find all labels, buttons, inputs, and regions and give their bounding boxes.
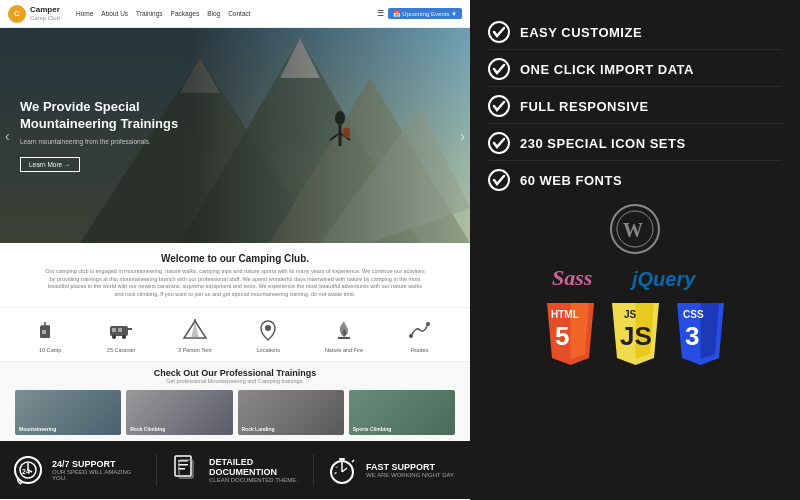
svg-point-19 <box>112 335 116 339</box>
support-icon: 24 <box>12 454 44 486</box>
logo-text-block: Camper Camp Club <box>30 6 60 21</box>
trainings-cards: Mountaineering Rock Climbing Rock Landin… <box>15 390 455 435</box>
fast-text: FAST SUPPORT WE ARE WORKING NIGHT DAY. <box>366 462 455 478</box>
svg-marker-23 <box>191 321 199 338</box>
wordpress-logo: W <box>609 203 661 255</box>
feature-label-4: 230 SPECIAL ICON SETS <box>520 136 686 151</box>
hero-prev-button[interactable]: ‹ <box>5 128 10 144</box>
card-label-4: Sports Climbing <box>353 426 392 432</box>
script-logos: Sass jQuery <box>550 261 720 297</box>
tech-logos-section: W Sass jQuery 5 HTM <box>488 203 782 370</box>
support-text: 24/7 SUPPORT OUR SPEED WILL AMAZING YOU. <box>52 459 144 481</box>
tech-shields: 5 HTML JS JS 3 <box>543 303 728 370</box>
feature-label-3: FULL RESPONSIVE <box>520 99 649 114</box>
bottom-bar: 24 24/7 SUPPORT OUR SPEED WILL AMAZING Y… <box>0 441 470 499</box>
nav-trainings: Trainings <box>136 10 163 17</box>
features-panel: EASY CUSTOMIZE ONE CLICK IMPORT DATA FUL… <box>470 0 800 500</box>
feature-easy-customize: EASY CUSTOMIZE <box>488 15 782 50</box>
logo-sub: Camp Club <box>30 15 60 21</box>
bottom-support: 24 24/7 SUPPORT OUR SPEED WILL AMAZING Y… <box>0 454 157 486</box>
fast-title: FAST SUPPORT <box>366 462 455 472</box>
svg-text:Sass: Sass <box>552 265 592 290</box>
svg-rect-13 <box>42 330 46 334</box>
html5-shield-icon: 5 HTML <box>543 303 598 368</box>
nav-right: ☰ 📅 Upcoming Events ▼ <box>377 8 462 19</box>
bottom-docs: DETAILED DOCUMENTION CLEAN DOCUMENTED TH… <box>157 454 314 486</box>
svg-rect-43 <box>339 458 345 460</box>
training-card-1: Mountaineering <box>15 390 121 435</box>
nav-contact: Contact <box>228 10 250 17</box>
svg-text:CSS: CSS <box>683 309 704 320</box>
feature-label-2: ONE CLICK IMPORT DATA <box>520 62 694 77</box>
camp-label: 10 Camp <box>36 347 64 353</box>
js-shield-icon: JS JS <box>608 303 663 368</box>
jquery-logo: jQuery <box>630 262 720 297</box>
svg-point-25 <box>265 325 271 331</box>
navbar: C Camper Camp Club Home About Us Trainin… <box>0 0 470 28</box>
nav-home: Home <box>76 10 93 17</box>
fire-label: Nature and Fire <box>325 347 363 353</box>
icon-tent: 3 Person Tent <box>178 316 212 353</box>
svg-rect-35 <box>175 456 191 476</box>
nav-blog: Blog <box>207 10 220 17</box>
feature-one-click: ONE CLICK IMPORT DATA <box>488 52 782 87</box>
checkmark-icon-2 <box>488 58 510 80</box>
icon-camp: 10 Camp <box>36 316 64 353</box>
events-label: Upcoming Events ▼ <box>402 11 457 17</box>
svg-text:HTML: HTML <box>551 309 579 320</box>
nav-about: About Us <box>101 10 128 17</box>
icons-row: 10 Camp 25 Caravan <box>0 308 470 362</box>
css3-shield-icon: 3 CSS <box>673 303 728 368</box>
svg-text:JS: JS <box>620 321 652 351</box>
welcome-text: Our camping club is engaged in mountaine… <box>45 268 425 299</box>
card-label-1: Mountaineering <box>19 426 56 432</box>
docs-text: DETAILED DOCUMENTION CLEAN DOCUMENTED TH… <box>209 457 301 483</box>
location-icon <box>254 316 282 344</box>
svg-text:W: W <box>623 219 643 241</box>
hero-title: We Provide SpecialMountaineering Trainin… <box>20 99 178 133</box>
support-title: 24/7 SUPPORT <box>52 459 144 469</box>
training-card-2: Rock Climbing <box>126 390 232 435</box>
trainings-section: Check Out Our Professional Trainings Get… <box>0 362 470 441</box>
support-sub: OUR SPEED WILL AMAZING YOU. <box>52 469 144 481</box>
website-preview: C Camper Camp Club Home About Us Trainin… <box>0 0 470 500</box>
card-label-3: Rock Landing <box>242 426 275 432</box>
feature-full-responsive: FULL RESPONSIVE <box>488 89 782 124</box>
nav-links: Home About Us Trainings Packages Blog Co… <box>76 10 251 17</box>
hero-next-button[interactable]: › <box>460 128 465 144</box>
feature-label-5: 60 WEB FONTS <box>520 173 622 188</box>
events-button[interactable]: 📅 Upcoming Events ▼ <box>388 8 462 19</box>
training-card-4: Sports Climbing <box>349 390 455 435</box>
fast-sub: WE ARE WORKING NIGHT DAY. <box>366 472 455 478</box>
icon-caravan: 25 Caravan <box>107 316 135 353</box>
logo-area: C Camper Camp Club <box>8 5 60 23</box>
checkmark-icon-3 <box>488 95 510 117</box>
svg-point-28 <box>426 322 430 326</box>
checkmark-icon-1 <box>488 21 510 43</box>
docs-sub: CLEAN DOCUMENTED THEME. <box>209 477 301 483</box>
trainings-title: Check Out Our Professional Trainings <box>15 368 455 378</box>
checkmark-icon-4 <box>488 132 510 154</box>
icon-fire: Nature and Fire <box>325 316 363 353</box>
feature-icon-sets: 230 SPECIAL ICON SETS <box>488 126 782 161</box>
caravan-icon <box>107 316 135 344</box>
welcome-title: Welcome to our Camping Club. <box>20 253 450 264</box>
feature-label-1: EASY CUSTOMIZE <box>520 25 642 40</box>
css3-shield: 3 CSS <box>673 303 728 370</box>
svg-rect-17 <box>112 328 116 332</box>
tent-label: 3 Person Tent <box>178 347 212 353</box>
camp-icon <box>36 316 64 344</box>
bottom-fast: FAST SUPPORT WE ARE WORKING NIGHT DAY. <box>314 454 470 486</box>
docs-icon <box>169 454 201 486</box>
svg-text:3: 3 <box>685 321 699 351</box>
hero-content: We Provide SpecialMountaineering Trainin… <box>0 79 198 192</box>
training-card-3: Rock Landing <box>238 390 344 435</box>
svg-point-27 <box>409 334 413 338</box>
routes-icon <box>406 316 434 344</box>
hero-learn-more-button[interactable]: Learn More → <box>20 157 80 172</box>
checkmark-icon-5 <box>488 169 510 191</box>
routes-label: Routes <box>406 347 434 353</box>
svg-text:jQuery: jQuery <box>630 268 696 290</box>
svg-line-44 <box>352 460 354 462</box>
hamburger-icon: ☰ <box>377 9 384 18</box>
